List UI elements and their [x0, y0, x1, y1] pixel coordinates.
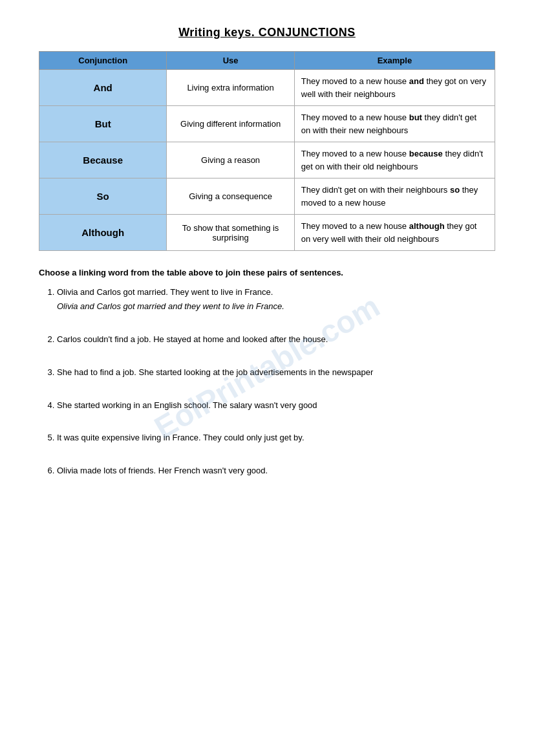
instructions-text: Choose a linking word from the table abo…: [39, 268, 343, 277]
use-cell-2: Giving a reason: [167, 142, 294, 178]
col-header-example: Example: [294, 52, 495, 70]
exercise-question-1: Olivia and Carlos got married. They went…: [57, 287, 273, 297]
conjunction-cell-2: Because: [39, 142, 167, 178]
example-cell-2: They moved to a new house because they d…: [294, 142, 495, 178]
exercise-question-6: Olivia made lots of friends. Her French …: [57, 466, 268, 475]
conjunctions-table: Conjunction Use Example AndLiving extra …: [39, 51, 495, 251]
example-cell-1: They moved to a new house but they didn'…: [294, 106, 495, 142]
use-cell-0: Living extra information: [167, 70, 294, 106]
col-header-conjunction: Conjunction: [39, 52, 167, 70]
exercise-item-3: She had to find a job. She started looki…: [57, 366, 495, 380]
exercise-list: Olivia and Carlos got married. They went…: [57, 286, 495, 479]
conjunction-cell-1: But: [39, 106, 167, 142]
exercise-question-5: It was quite expensive living in France.…: [57, 433, 304, 442]
conjunction-cell-4: Although: [39, 215, 167, 251]
exercise-question-4: She started working in an English school…: [57, 400, 317, 410]
page-title: Writing keys. CONJUNCTIONS: [39, 26, 495, 39]
col-header-use: Use: [167, 52, 294, 70]
exercise-item-6: Olivia made lots of friends. Her French …: [57, 464, 495, 478]
exercise-question-2: Carlos couldn't find a job. He stayed at…: [57, 334, 328, 344]
exercise-item-2: Carlos couldn't find a job. He stayed at…: [57, 333, 495, 347]
exercise-item-4: She started working in an English school…: [57, 399, 495, 413]
exercise-question-3: She had to find a job. She started looki…: [57, 367, 373, 377]
example-cell-0: They moved to a new house and they got o…: [294, 70, 495, 106]
instructions: Choose a linking word from the table abo…: [39, 266, 495, 279]
conjunction-cell-0: And: [39, 70, 167, 106]
conjunction-cell-3: So: [39, 178, 167, 215]
use-cell-1: Giving different information: [167, 106, 294, 142]
example-cell-4: They moved to a new house although they …: [294, 215, 495, 251]
exercise-answer-1: Olivia and Carlos got married and they w…: [57, 300, 495, 314]
example-cell-3: They didn't get on with their neighbours…: [294, 178, 495, 215]
use-cell-4: To show that something is surprising: [167, 215, 294, 251]
exercise-item-1: Olivia and Carlos got married. They went…: [57, 286, 495, 314]
use-cell-3: Giving a consequence: [167, 178, 294, 215]
exercise-item-5: It was quite expensive living in France.…: [57, 431, 495, 445]
